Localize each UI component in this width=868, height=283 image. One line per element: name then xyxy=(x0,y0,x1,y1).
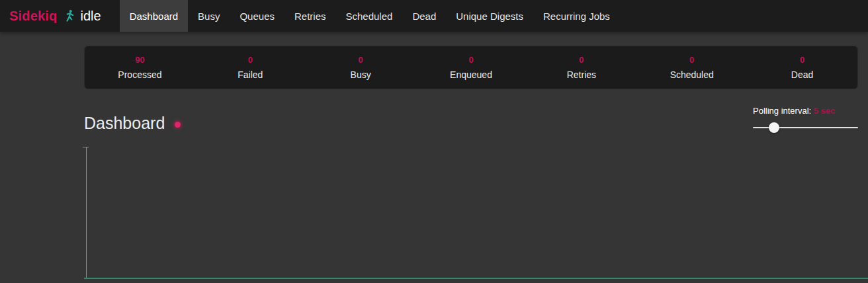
page-title: Dashboard xyxy=(84,114,165,133)
brand-link[interactable]: Sidekiq idle xyxy=(0,0,110,32)
sidekiq-runner-icon xyxy=(62,9,76,23)
stat-label: Processed xyxy=(118,69,161,80)
slider-thumb[interactable] xyxy=(769,122,779,133)
stat-value: 0 xyxy=(359,55,363,65)
stat-processed[interactable]: 90 Processed xyxy=(85,46,195,89)
polling-interval-control: Polling interval: 5 sec xyxy=(753,106,858,133)
chart-series-line xyxy=(84,278,868,279)
status-text: idle xyxy=(81,9,101,24)
sidekiq-dashboard-page: Sidekiq idle Dashboard Busy Queues Retri… xyxy=(0,0,868,283)
stat-label: Failed xyxy=(238,69,263,80)
stat-value: 0 xyxy=(689,55,694,65)
stat-value: 0 xyxy=(468,55,473,65)
nav-item-queues[interactable]: Queues xyxy=(230,0,284,32)
chart-y-axis-tick xyxy=(83,147,89,147)
stat-value: 0 xyxy=(248,55,253,65)
stat-label: Busy xyxy=(351,69,371,80)
stat-value: 0 xyxy=(800,55,804,65)
stat-label: Dead xyxy=(791,69,813,80)
stat-scheduled[interactable]: 0 Scheduled xyxy=(636,46,747,89)
polling-interval-link[interactable]: 5 sec xyxy=(814,106,836,116)
nav-item-busy[interactable]: Busy xyxy=(188,0,230,32)
chart-y-axis-line xyxy=(86,147,87,278)
nav-item-scheduled[interactable]: Scheduled xyxy=(336,0,403,32)
stat-value: 90 xyxy=(135,55,144,65)
nav-item-unique-digests[interactable]: Unique Digests xyxy=(446,0,533,32)
stat-label: Scheduled xyxy=(670,69,714,80)
nav-item-dashboard[interactable]: Dashboard xyxy=(120,0,188,32)
nav-item-retries[interactable]: Retries xyxy=(284,0,336,32)
nav-item-dead[interactable]: Dead xyxy=(402,0,446,32)
page-title-row: Dashboard xyxy=(84,114,181,133)
stat-busy[interactable]: 0 Busy xyxy=(306,46,416,89)
stat-label: Retries xyxy=(567,69,596,80)
stat-label: Enqueued xyxy=(450,69,492,80)
stat-failed[interactable]: 0 Failed xyxy=(195,46,306,89)
stat-value: 0 xyxy=(579,55,584,65)
brand-logo-text: Sidekiq xyxy=(9,9,58,24)
dashboard-realtime-chart xyxy=(86,147,868,283)
stat-enqueued[interactable]: 0 Enqueued xyxy=(416,46,527,89)
stats-summary-bar: 90 Processed 0 Failed 0 Busy 0 Enqueued … xyxy=(84,46,858,89)
stat-retries[interactable]: 0 Retries xyxy=(526,46,636,89)
polling-label: Polling interval: xyxy=(753,106,814,116)
nav-item-recurring-jobs[interactable]: Recurring Jobs xyxy=(533,0,620,32)
beacon-dot-icon xyxy=(175,122,181,128)
polling-slider[interactable] xyxy=(753,122,858,133)
nav-menu: Dashboard Busy Queues Retries Scheduled … xyxy=(120,0,620,32)
navbar: Sidekiq idle Dashboard Busy Queues Retri… xyxy=(0,0,868,32)
stat-dead[interactable]: 0 Dead xyxy=(747,46,857,89)
polling-label-row: Polling interval: 5 sec xyxy=(753,106,858,116)
